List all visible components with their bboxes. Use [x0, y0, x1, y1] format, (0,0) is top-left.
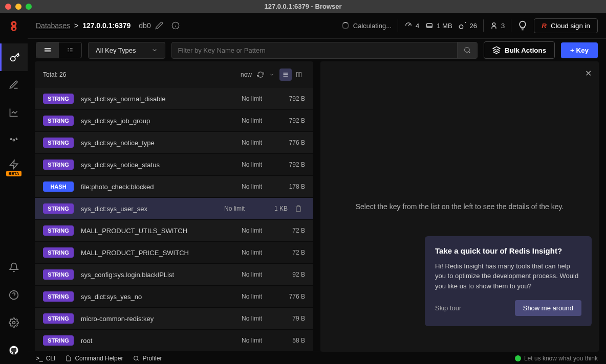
tour-body: Hi! Redis Insight has many tools that ca…	[435, 261, 581, 291]
key-size: 1 KB	[252, 205, 288, 212]
type-badge: STRING	[43, 313, 74, 324]
sidebar-workbench[interactable]	[0, 71, 28, 99]
key-size: 776 B	[269, 139, 305, 146]
layers-icon	[492, 46, 501, 54]
key-row[interactable]: STRING sys_dict:sys_yes_no No limit 776 …	[35, 286, 313, 308]
edit-icon[interactable]	[155, 21, 163, 30]
key-ttl: No limit	[221, 315, 262, 322]
sidebar-browser[interactable]	[0, 43, 28, 71]
spinner-icon	[342, 22, 349, 29]
show-tour-button[interactable]: Show me around	[515, 300, 581, 316]
key-row[interactable]: STRING sys_dict:sys_normal_disable No li…	[35, 88, 313, 110]
svg-rect-20	[299, 73, 301, 77]
key-row[interactable]: HASH file:photo_check:blocked No limit 1…	[35, 176, 313, 198]
sidebar-github[interactable]	[0, 336, 28, 364]
key-ttl: No limit	[221, 161, 262, 168]
key-name: sys_dict:sys_job_group	[81, 117, 214, 125]
key-row[interactable]: STRING sys_dict:sys_user_sex No limit 1 …	[35, 198, 313, 220]
key-row[interactable]: STRING sys_dict:sys_notice_type No limit…	[35, 132, 313, 154]
titlebar: 127.0.0.1:6379 - Browser	[0, 0, 606, 13]
key-row[interactable]: STRING root No limit 58 B	[35, 330, 313, 352]
sidebar-settings[interactable]	[0, 309, 28, 336]
key-row[interactable]: STRING MALL_PRODUCT_PRICE_SWITCH No limi…	[35, 242, 313, 264]
close-detail-button[interactable]: ✕	[585, 69, 592, 78]
key-size: 92 B	[269, 271, 305, 278]
key-row[interactable]: STRING sys_dict:sys_job_group No limit 7…	[35, 110, 313, 132]
type-badge: STRING	[43, 94, 74, 104]
skip-tour-button[interactable]: Skip tour	[435, 304, 461, 312]
memory-icon	[425, 21, 434, 30]
key-size: 72 B	[269, 249, 305, 256]
key-row[interactable]: STRING micro-common-redis:key No limit 7…	[35, 308, 313, 330]
svg-rect-19	[297, 73, 299, 77]
tour-title: Take a quick tour of Redis Insight?	[435, 246, 581, 255]
breadcrumb-databases[interactable]: Databases	[36, 21, 70, 30]
key-name: MALL_PRODUCT_PRICE_SWITCH	[81, 249, 214, 257]
key-size: 792 B	[269, 161, 305, 168]
search-button[interactable]	[457, 42, 477, 58]
redis-logo[interactable]	[7, 20, 20, 33]
sidebar-triggers[interactable]: BETA	[0, 154, 28, 181]
maximize-window[interactable]	[26, 4, 32, 10]
tree-view-button[interactable]	[59, 42, 81, 58]
svg-point-2	[13, 322, 15, 324]
type-badge: STRING	[43, 335, 74, 346]
db-selector[interactable]: db0	[139, 21, 150, 30]
list-view-button[interactable]	[36, 42, 59, 58]
key-name: sys_config:sys.login.blackIPList	[81, 271, 214, 279]
calculating-status: Calculating...	[342, 22, 392, 30]
key-size: 792 B	[269, 95, 305, 102]
close-window[interactable]	[5, 4, 11, 10]
profiler-icon	[133, 355, 139, 361]
stat-connections: 4	[404, 21, 419, 30]
key-size: 58 B	[269, 337, 305, 344]
cli-button[interactable]: >_ CLI	[36, 355, 55, 362]
chevron-down-icon	[152, 47, 158, 53]
key-ttl: No limit	[221, 337, 262, 344]
key-name: sys_dict:sys_user_sex	[81, 205, 197, 213]
key-ttl: No limit	[204, 205, 245, 212]
sidebar-notifications[interactable]	[0, 254, 28, 281]
filter-input[interactable]	[172, 42, 458, 58]
view-mode-segment	[36, 42, 82, 58]
chevron-down-icon[interactable]	[269, 72, 274, 77]
delete-icon[interactable]	[295, 205, 305, 212]
key-types-dropdown[interactable]: All Key Types	[88, 42, 165, 59]
key-name: sys_dict:sys_notice_status	[81, 161, 214, 169]
svg-point-13	[465, 48, 469, 52]
minimize-window[interactable]	[15, 4, 21, 10]
type-badge: STRING	[43, 203, 74, 214]
key-ttl: No limit	[221, 183, 262, 190]
key-row[interactable]: STRING sys_dict:sys_notice_status No lim…	[35, 154, 313, 176]
svg-point-21	[134, 356, 138, 360]
info-icon[interactable]	[171, 21, 180, 30]
type-badge: STRING	[43, 247, 74, 258]
key-name: file:photo_check:blocked	[81, 183, 214, 191]
key-size: 79 B	[269, 315, 305, 322]
columns-button[interactable]	[293, 69, 305, 81]
cloud-signin-button[interactable]: R Cloud sign in	[534, 18, 598, 33]
feedback-link[interactable]: Let us know what you think	[515, 355, 598, 362]
bulb-icon[interactable]	[517, 20, 528, 31]
list-layout-button[interactable]	[279, 69, 292, 81]
key-row[interactable]: STRING MALL_PRODUCT_UTILS_SWITCH No limi…	[35, 220, 313, 242]
sidebar: BETA	[0, 13, 28, 364]
bulk-actions-button[interactable]: Bulk Actions	[484, 41, 555, 59]
breadcrumb: Databases > 127.0.0.1:6379 db0	[36, 21, 180, 30]
add-key-button[interactable]: + Key	[561, 42, 598, 58]
terminal-icon: >_	[36, 355, 43, 362]
refresh-icon[interactable]	[257, 71, 264, 78]
sidebar-pubsub[interactable]	[0, 126, 28, 154]
key-ttl: No limit	[221, 227, 262, 234]
key-name: sys_dict:sys_notice_type	[81, 139, 214, 147]
profiler-button[interactable]: Profiler	[133, 355, 162, 362]
sidebar-analysis[interactable]	[0, 99, 28, 126]
key-name: sys_dict:sys_yes_no	[81, 293, 214, 301]
type-badge: STRING	[43, 116, 74, 126]
key-ttl: No limit	[221, 249, 262, 256]
sidebar-help[interactable]	[0, 281, 28, 309]
key-row[interactable]: STRING sys_config:sys.login.blackIPList …	[35, 264, 313, 286]
type-badge: STRING	[43, 138, 74, 148]
header: Databases > 127.0.0.1:6379 db0 Calculati…	[28, 13, 606, 39]
command-helper-button[interactable]: Command Helper	[66, 355, 123, 362]
